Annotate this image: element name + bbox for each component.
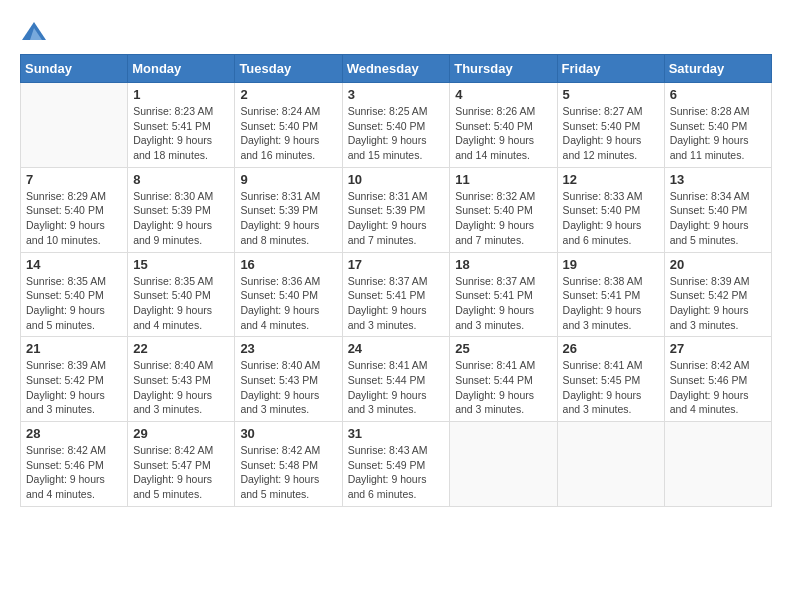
header-cell-friday: Friday <box>557 55 664 83</box>
calendar-cell: 12Sunrise: 8:33 AM Sunset: 5:40 PM Dayli… <box>557 167 664 252</box>
day-number: 11 <box>455 172 551 187</box>
day-number: 5 <box>563 87 659 102</box>
day-number: 7 <box>26 172 122 187</box>
calendar-cell: 3Sunrise: 8:25 AM Sunset: 5:40 PM Daylig… <box>342 83 450 168</box>
header-cell-tuesday: Tuesday <box>235 55 342 83</box>
calendar-cell: 18Sunrise: 8:37 AM Sunset: 5:41 PM Dayli… <box>450 252 557 337</box>
day-info: Sunrise: 8:24 AM Sunset: 5:40 PM Dayligh… <box>240 104 336 163</box>
calendar-header-row: SundayMondayTuesdayWednesdayThursdayFrid… <box>21 55 772 83</box>
day-number: 8 <box>133 172 229 187</box>
calendar-cell: 7Sunrise: 8:29 AM Sunset: 5:40 PM Daylig… <box>21 167 128 252</box>
day-info: Sunrise: 8:41 AM Sunset: 5:44 PM Dayligh… <box>348 358 445 417</box>
day-info: Sunrise: 8:35 AM Sunset: 5:40 PM Dayligh… <box>26 274 122 333</box>
day-info: Sunrise: 8:34 AM Sunset: 5:40 PM Dayligh… <box>670 189 766 248</box>
day-number: 23 <box>240 341 336 356</box>
calendar-cell: 17Sunrise: 8:37 AM Sunset: 5:41 PM Dayli… <box>342 252 450 337</box>
day-number: 20 <box>670 257 766 272</box>
calendar-cell: 9Sunrise: 8:31 AM Sunset: 5:39 PM Daylig… <box>235 167 342 252</box>
day-info: Sunrise: 8:39 AM Sunset: 5:42 PM Dayligh… <box>670 274 766 333</box>
calendar: SundayMondayTuesdayWednesdayThursdayFrid… <box>20 54 772 507</box>
header-cell-wednesday: Wednesday <box>342 55 450 83</box>
day-number: 26 <box>563 341 659 356</box>
header-cell-sunday: Sunday <box>21 55 128 83</box>
day-info: Sunrise: 8:42 AM Sunset: 5:46 PM Dayligh… <box>670 358 766 417</box>
calendar-cell: 4Sunrise: 8:26 AM Sunset: 5:40 PM Daylig… <box>450 83 557 168</box>
calendar-week-row: 7Sunrise: 8:29 AM Sunset: 5:40 PM Daylig… <box>21 167 772 252</box>
day-info: Sunrise: 8:42 AM Sunset: 5:48 PM Dayligh… <box>240 443 336 502</box>
calendar-cell <box>21 83 128 168</box>
day-number: 2 <box>240 87 336 102</box>
day-info: Sunrise: 8:31 AM Sunset: 5:39 PM Dayligh… <box>240 189 336 248</box>
day-info: Sunrise: 8:25 AM Sunset: 5:40 PM Dayligh… <box>348 104 445 163</box>
day-info: Sunrise: 8:40 AM Sunset: 5:43 PM Dayligh… <box>133 358 229 417</box>
calendar-cell: 8Sunrise: 8:30 AM Sunset: 5:39 PM Daylig… <box>128 167 235 252</box>
day-number: 24 <box>348 341 445 356</box>
day-number: 3 <box>348 87 445 102</box>
day-number: 1 <box>133 87 229 102</box>
calendar-cell: 15Sunrise: 8:35 AM Sunset: 5:40 PM Dayli… <box>128 252 235 337</box>
calendar-week-row: 1Sunrise: 8:23 AM Sunset: 5:41 PM Daylig… <box>21 83 772 168</box>
day-number: 27 <box>670 341 766 356</box>
calendar-cell: 31Sunrise: 8:43 AM Sunset: 5:49 PM Dayli… <box>342 422 450 507</box>
day-number: 17 <box>348 257 445 272</box>
day-info: Sunrise: 8:26 AM Sunset: 5:40 PM Dayligh… <box>455 104 551 163</box>
day-info: Sunrise: 8:42 AM Sunset: 5:47 PM Dayligh… <box>133 443 229 502</box>
day-info: Sunrise: 8:36 AM Sunset: 5:40 PM Dayligh… <box>240 274 336 333</box>
day-number: 18 <box>455 257 551 272</box>
day-number: 31 <box>348 426 445 441</box>
logo <box>20 18 52 46</box>
calendar-cell: 6Sunrise: 8:28 AM Sunset: 5:40 PM Daylig… <box>664 83 771 168</box>
calendar-cell: 19Sunrise: 8:38 AM Sunset: 5:41 PM Dayli… <box>557 252 664 337</box>
header-cell-thursday: Thursday <box>450 55 557 83</box>
header-cell-saturday: Saturday <box>664 55 771 83</box>
calendar-cell: 2Sunrise: 8:24 AM Sunset: 5:40 PM Daylig… <box>235 83 342 168</box>
calendar-cell: 13Sunrise: 8:34 AM Sunset: 5:40 PM Dayli… <box>664 167 771 252</box>
day-info: Sunrise: 8:33 AM Sunset: 5:40 PM Dayligh… <box>563 189 659 248</box>
day-number: 12 <box>563 172 659 187</box>
day-number: 25 <box>455 341 551 356</box>
logo-icon <box>20 18 48 46</box>
day-number: 6 <box>670 87 766 102</box>
day-info: Sunrise: 8:38 AM Sunset: 5:41 PM Dayligh… <box>563 274 659 333</box>
day-info: Sunrise: 8:43 AM Sunset: 5:49 PM Dayligh… <box>348 443 445 502</box>
day-info: Sunrise: 8:40 AM Sunset: 5:43 PM Dayligh… <box>240 358 336 417</box>
calendar-cell: 23Sunrise: 8:40 AM Sunset: 5:43 PM Dayli… <box>235 337 342 422</box>
calendar-week-row: 28Sunrise: 8:42 AM Sunset: 5:46 PM Dayli… <box>21 422 772 507</box>
day-info: Sunrise: 8:37 AM Sunset: 5:41 PM Dayligh… <box>348 274 445 333</box>
day-number: 9 <box>240 172 336 187</box>
calendar-week-row: 21Sunrise: 8:39 AM Sunset: 5:42 PM Dayli… <box>21 337 772 422</box>
day-number: 19 <box>563 257 659 272</box>
calendar-cell: 29Sunrise: 8:42 AM Sunset: 5:47 PM Dayli… <box>128 422 235 507</box>
day-info: Sunrise: 8:37 AM Sunset: 5:41 PM Dayligh… <box>455 274 551 333</box>
day-info: Sunrise: 8:32 AM Sunset: 5:40 PM Dayligh… <box>455 189 551 248</box>
calendar-cell: 11Sunrise: 8:32 AM Sunset: 5:40 PM Dayli… <box>450 167 557 252</box>
calendar-cell: 5Sunrise: 8:27 AM Sunset: 5:40 PM Daylig… <box>557 83 664 168</box>
calendar-cell: 1Sunrise: 8:23 AM Sunset: 5:41 PM Daylig… <box>128 83 235 168</box>
day-number: 15 <box>133 257 229 272</box>
day-info: Sunrise: 8:23 AM Sunset: 5:41 PM Dayligh… <box>133 104 229 163</box>
day-number: 21 <box>26 341 122 356</box>
calendar-cell <box>557 422 664 507</box>
calendar-cell: 30Sunrise: 8:42 AM Sunset: 5:48 PM Dayli… <box>235 422 342 507</box>
day-info: Sunrise: 8:31 AM Sunset: 5:39 PM Dayligh… <box>348 189 445 248</box>
day-info: Sunrise: 8:41 AM Sunset: 5:45 PM Dayligh… <box>563 358 659 417</box>
day-info: Sunrise: 8:41 AM Sunset: 5:44 PM Dayligh… <box>455 358 551 417</box>
calendar-cell <box>450 422 557 507</box>
calendar-cell: 14Sunrise: 8:35 AM Sunset: 5:40 PM Dayli… <box>21 252 128 337</box>
day-info: Sunrise: 8:27 AM Sunset: 5:40 PM Dayligh… <box>563 104 659 163</box>
day-info: Sunrise: 8:39 AM Sunset: 5:42 PM Dayligh… <box>26 358 122 417</box>
day-number: 10 <box>348 172 445 187</box>
day-number: 22 <box>133 341 229 356</box>
day-number: 13 <box>670 172 766 187</box>
day-number: 4 <box>455 87 551 102</box>
day-info: Sunrise: 8:42 AM Sunset: 5:46 PM Dayligh… <box>26 443 122 502</box>
calendar-cell: 21Sunrise: 8:39 AM Sunset: 5:42 PM Dayli… <box>21 337 128 422</box>
calendar-cell: 20Sunrise: 8:39 AM Sunset: 5:42 PM Dayli… <box>664 252 771 337</box>
day-number: 30 <box>240 426 336 441</box>
calendar-cell: 27Sunrise: 8:42 AM Sunset: 5:46 PM Dayli… <box>664 337 771 422</box>
calendar-cell: 16Sunrise: 8:36 AM Sunset: 5:40 PM Dayli… <box>235 252 342 337</box>
day-number: 14 <box>26 257 122 272</box>
day-number: 28 <box>26 426 122 441</box>
calendar-cell: 25Sunrise: 8:41 AM Sunset: 5:44 PM Dayli… <box>450 337 557 422</box>
calendar-cell: 22Sunrise: 8:40 AM Sunset: 5:43 PM Dayli… <box>128 337 235 422</box>
